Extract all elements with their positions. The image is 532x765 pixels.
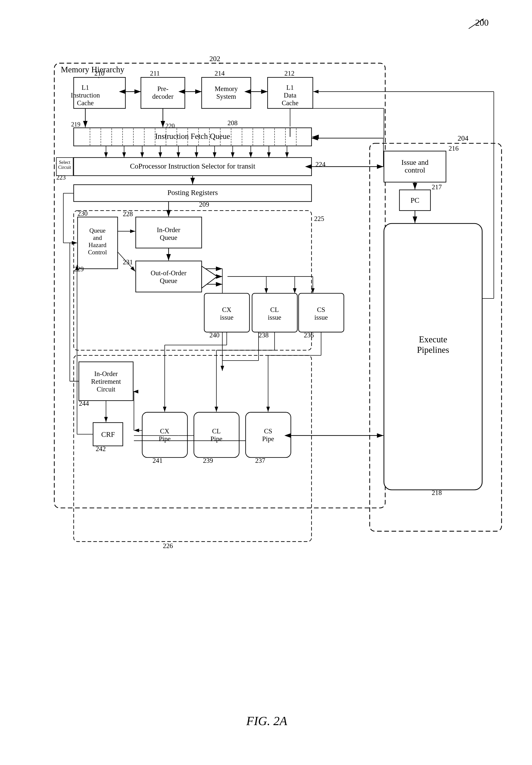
in-order-queue-label2: Queue xyxy=(160,234,177,241)
l1-ic-label2: Instruction xyxy=(71,92,100,99)
coprocessor-selector-label: CoProcessor Instruction Selector for tra… xyxy=(130,162,255,170)
cs-pipe-label2: Pipe xyxy=(262,435,274,442)
ref-236: 236 xyxy=(304,332,314,339)
cx-pipe-label: CX xyxy=(160,427,169,435)
posting-regs-label: Posting Registers xyxy=(167,189,218,197)
select-circuit-label2: Circuit xyxy=(58,165,71,170)
ref-244: 244 xyxy=(79,400,89,407)
cl-pipe-label2: Pipe xyxy=(211,435,223,442)
ref-239: 239 xyxy=(203,457,213,464)
iorc-label3: Circuit xyxy=(97,385,115,393)
ref-225: 225 xyxy=(314,215,324,223)
iorc-label2: Retirement xyxy=(91,378,121,385)
issue-control-label: Issue and xyxy=(401,158,428,166)
queue-hazard-label4: Control xyxy=(88,249,107,256)
ref-210: 210 xyxy=(95,70,105,77)
ref-218: 218 xyxy=(432,489,442,496)
ref-240: 240 xyxy=(210,332,220,339)
ref-214: 214 xyxy=(215,70,225,77)
execute-pipelines-label: Execute xyxy=(419,335,447,344)
svg-marker-65 xyxy=(202,266,217,288)
ref-230: 230 xyxy=(78,210,88,217)
memory-hierarchy-label: Memory Hierarchy xyxy=(61,65,125,74)
predecoder-label2: decoder xyxy=(152,93,174,100)
ref-208: 208 xyxy=(228,119,238,127)
ref-223: 223 xyxy=(56,174,66,181)
cs-pipe-label: CS xyxy=(264,427,272,435)
ref-228: 228 xyxy=(123,210,133,218)
l1-ic-label: L1 xyxy=(82,84,89,91)
figure-label: FIG. 2A xyxy=(246,714,287,728)
cs-issue-label: CS xyxy=(317,306,325,314)
ref-241: 241 xyxy=(153,457,163,464)
memory-system-label2: System xyxy=(217,93,236,100)
ref-209: 209 xyxy=(199,201,209,208)
ref-217: 217 xyxy=(432,183,442,191)
cx-issue-label2: issue xyxy=(220,314,234,321)
select-circuit-label: Select xyxy=(59,160,70,165)
ref-204: 204 xyxy=(458,134,469,142)
ref-220: 220 xyxy=(166,122,175,129)
predecoder-label: Pre- xyxy=(157,85,169,93)
main-diagram: Memory Hierarchy 202 L1 Instruction Cach… xyxy=(32,40,526,738)
in-order-queue-label: In-Order xyxy=(157,226,180,234)
ref-219: 219 xyxy=(71,121,80,128)
iorc-label: In-Order xyxy=(94,370,118,378)
execute-pipelines-label2: Pipelines xyxy=(417,345,449,355)
l1-ic-label3: Cache xyxy=(77,99,94,107)
queue-hazard-label: Queue xyxy=(90,227,106,234)
ref-216: 216 xyxy=(448,145,458,152)
ref-224: 224 xyxy=(315,161,325,168)
l1-dc-label3: Cache xyxy=(282,99,298,107)
ref-237: 237 xyxy=(255,457,265,464)
l1-dc-label2: Data xyxy=(284,92,296,99)
cx-issue-label: CX xyxy=(222,306,231,314)
pc-label: PC xyxy=(411,196,419,204)
ref-229: 229 xyxy=(74,265,84,273)
arrow-200-icon xyxy=(466,17,486,30)
ref-212: 212 xyxy=(284,70,294,77)
cl-issue-label2: issue xyxy=(268,314,281,321)
memory-system-label: Memory xyxy=(215,85,238,93)
queue-hazard-label3: Hazard xyxy=(89,242,107,248)
ref-226: 226 xyxy=(163,542,173,549)
cx-pipe-label2: Pipe xyxy=(159,435,171,442)
ooo-queue-label: Out-of-Order xyxy=(151,269,187,277)
svg-rect-112 xyxy=(384,224,482,490)
cs-issue-label2: issue xyxy=(314,314,328,321)
ifq-label: Instruction Fetch Queue xyxy=(155,132,230,141)
ref-238: 238 xyxy=(259,332,268,339)
ooo-queue-label2: Queue xyxy=(160,277,177,285)
cl-issue-label: CL xyxy=(270,306,279,314)
ref-202: 202 xyxy=(210,55,221,63)
diagram-container: 200 Memory Hierarchy 202 L1 Instruction … xyxy=(20,15,514,738)
queue-hazard-label2: and xyxy=(93,234,102,241)
cl-pipe-label: CL xyxy=(212,427,221,435)
ref-242: 242 xyxy=(96,445,106,452)
l1-dc-label: L1 xyxy=(286,84,294,91)
issue-control-label2: control xyxy=(405,166,425,174)
svg-line-0 xyxy=(469,19,484,29)
crf-label: CRF xyxy=(101,430,115,438)
ref-211: 211 xyxy=(150,70,160,77)
